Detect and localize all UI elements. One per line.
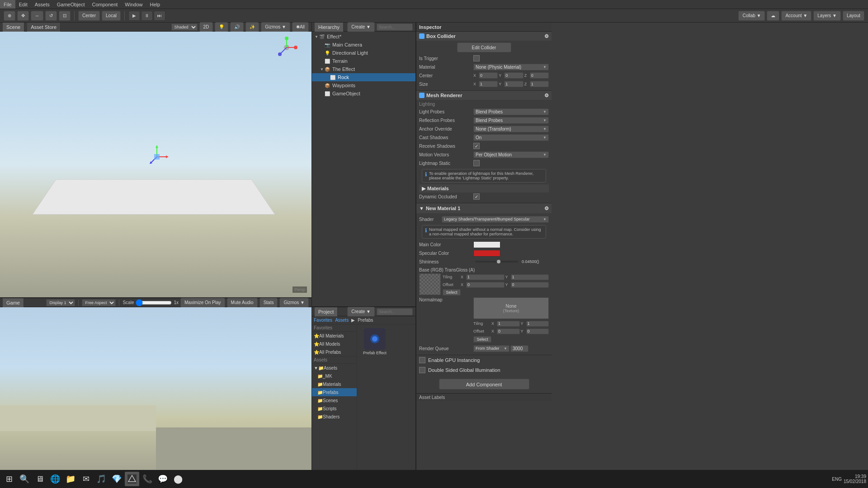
hierarchy-item-camera[interactable]: 📷 Main Camera [312,41,415,49]
prefab-effect-item[interactable]: Prefab Effect [359,326,391,357]
folder-materials[interactable]: 📁 Materials [312,380,357,388]
vs-icon[interactable]: 💎 [109,472,124,486]
tiling-x1[interactable]: 1 [466,274,505,280]
shading-dropdown[interactable]: Shaded [171,23,198,31]
base-select-btn[interactable]: Select [443,289,461,296]
dynamic-occluded-checkbox[interactable] [473,193,480,200]
menu-file[interactable]: File [0,0,15,9]
folder-scripts[interactable]: 📁 Scripts [312,404,357,413]
folder-prefabs[interactable]: 📁 Prefabs [312,388,357,396]
hierarchy-create-btn[interactable]: Create ▼ [347,22,375,32]
edit-collider-btn[interactable]: Edit Collider [457,42,511,52]
hierarchy-item-terrain[interactable]: ⬜ Terrain [312,57,415,65]
menu-component[interactable]: Component [88,0,121,9]
game-gizmos-btn[interactable]: Gizmos ▼ [279,298,309,308]
maximize-on-play-btn[interactable]: Maximize On Play [180,298,225,308]
fav-all-models[interactable]: ⭐ All Models [312,340,357,348]
aspect-select[interactable]: Free Aspect [82,299,116,306]
tool-btn-1[interactable]: ⊕ [4,11,15,21]
task-view-icon[interactable]: 🖥 [33,472,47,486]
render-queue-value[interactable]: 3000 [510,345,528,352]
scene-fx-btn[interactable]: ✨ [245,22,259,32]
menu-assets[interactable]: Assets [31,0,53,9]
menu-gameobject[interactable]: GameObject [53,0,89,9]
stats-btn[interactable]: Stats [259,298,278,308]
add-component-btn[interactable]: Add Component [439,379,529,389]
lightmap-static-checkbox[interactable] [473,160,480,166]
center-z[interactable]: 0 [530,72,549,79]
scene-search-btn[interactable]: ✱All [292,22,309,32]
cast-shadows-dropdown[interactable]: On ▼ [473,134,549,141]
box-collider-settings-icon[interactable]: ⚙ [544,33,549,39]
menu-edit[interactable]: Edit [15,0,31,9]
size-z[interactable]: 1 [530,81,549,87]
menu-help[interactable]: Help [146,0,164,9]
game-viewport[interactable] [0,307,311,479]
receive-shadows-checkbox[interactable] [473,143,480,149]
hierarchy-item-light[interactable]: 💡 Directional Light [312,49,415,57]
folder-assets[interactable]: ▼ 📁 Assets [312,364,357,372]
mail-icon[interactable]: ✉ [79,472,93,486]
nm-tiling-y[interactable]: 1 [526,321,549,327]
cloud-button[interactable]: ☁ [767,11,779,21]
unity-icon[interactable] [125,472,139,486]
anchor-override-dropdown[interactable]: None (Transform) ▼ [473,126,549,132]
base-texture-preview[interactable] [419,273,441,295]
display-select[interactable]: Display 1 [46,299,75,306]
pivot-button[interactable]: Center [78,11,100,21]
2d-button[interactable]: 2D [199,22,213,32]
tool-btn-5[interactable]: ⊡ [59,11,71,21]
size-x[interactable]: 1 [479,81,498,87]
box-collider-toggle[interactable] [419,33,425,39]
tab-game[interactable]: Game [3,298,24,307]
explorer-icon[interactable]: 📁 [63,472,78,486]
mute-audio-btn[interactable]: Mute Audio [227,298,258,308]
account-button[interactable]: Account ▼ [781,11,811,21]
tab-scene[interactable]: Scene [3,23,24,32]
hierarchy-item-effect[interactable]: ▼ 🎬 Effect* [312,33,415,41]
reflection-probes-dropdown[interactable]: Blend Probes ▼ [473,117,549,124]
prefabs-link[interactable]: Prefabs [358,318,373,323]
tool-btn-4[interactable]: ↺ [45,11,57,21]
scene-viewport[interactable]: Persp [0,32,311,297]
hierarchy-item-gameobject[interactable]: ⬜ GameObject [312,89,415,98]
double-sided-checkbox[interactable] [419,367,425,373]
tool-btn-2[interactable]: ✥ [17,11,29,21]
layout-button[interactable]: Layout [843,11,864,21]
layers-button[interactable]: Layers ▼ [813,11,841,21]
edge-icon[interactable]: 🌐 [48,472,62,486]
gpu-instancing-checkbox[interactable] [419,357,425,363]
project-create-btn[interactable]: Create ▼ [347,307,375,317]
hierarchy-item-rock[interactable]: ⬜ Rock [312,73,415,81]
light-probes-dropdown[interactable]: Blend Probes ▼ [473,108,549,115]
fav-all-materials[interactable]: ⭐ All Materials [312,332,357,340]
play-button[interactable]: ▶ [128,11,140,21]
groove-music-icon[interactable]: 🎵 [94,472,108,486]
favorites-link[interactable]: Favorites [314,318,332,323]
step-button[interactable]: ⏭ [154,11,165,21]
nm-offset-y[interactable]: 0 [526,328,549,334]
none-texture-box[interactable]: None (Texture) [473,297,549,319]
is-trigger-checkbox[interactable] [473,55,480,61]
specular-color-swatch[interactable] [473,250,500,257]
mesh-renderer-toggle[interactable] [419,93,425,98]
space-button[interactable]: Local [102,11,121,21]
shininess-slider[interactable] [475,261,518,263]
offset-y1[interactable]: 0 [511,282,549,288]
start-button[interactable]: ⊞ [2,472,16,486]
normalmap-select-btn[interactable]: Select [473,336,491,343]
chrome-icon[interactable]: ⬤ [171,472,185,486]
shader-dropdown[interactable]: Legacy Shaders/Transparent/Bumped Specul… [442,216,549,223]
tiling-y1[interactable]: 1 [511,274,549,280]
folder-shaders[interactable]: 📁 Shaders [312,413,357,421]
project-search[interactable] [377,308,413,315]
tool-btn-3[interactable]: ↔ [31,11,43,21]
tab-project[interactable]: Project [315,307,338,316]
main-color-swatch[interactable] [473,241,500,248]
assets-link[interactable]: Assets [335,318,349,323]
hierarchy-item-waypoints[interactable]: 📦 Waypoints [312,81,415,89]
nm-tiling-x[interactable]: 1 [497,321,520,327]
ftp-icon[interactable]: 📞 [140,472,155,486]
material-settings-icon[interactable]: ⚙ [544,206,549,211]
scene-light-btn[interactable]: 💡 [215,22,228,32]
